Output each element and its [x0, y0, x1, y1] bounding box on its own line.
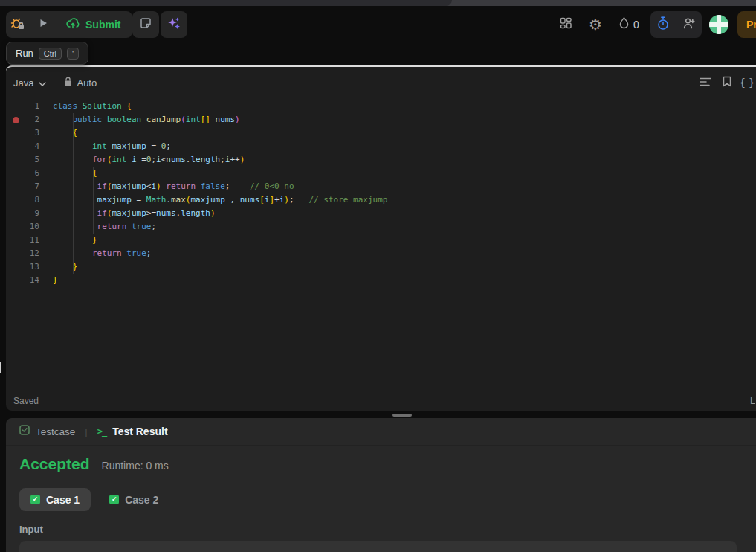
auto-label: Auto: [77, 77, 97, 89]
line-number[interactable]: 11: [30, 234, 39, 247]
user-avatar[interactable]: [709, 15, 728, 34]
line-number[interactable]: 12: [30, 247, 39, 260]
sparkles-icon: [167, 16, 181, 33]
code-editor-panel: Java Auto: [6, 65, 756, 411]
run-button[interactable]: [30, 11, 56, 38]
case-tab-case-1[interactable]: ✓Case 1: [19, 488, 91, 511]
code-line-3: 3 {: [6, 126, 756, 140]
case-tab-case-2[interactable]: ✓Case 2: [98, 488, 169, 511]
gutter[interactable]: 13: [6, 260, 53, 274]
gutter[interactable]: 7: [6, 180, 53, 193]
code-text: if(maxjump<i) return false; // 0<0 no: [53, 180, 294, 193]
notes-button[interactable]: [132, 11, 159, 38]
line-number[interactable]: 9: [34, 207, 39, 220]
code-text: }: [53, 234, 97, 247]
code-text: class Solution {: [53, 100, 132, 113]
verdict-row: Accepted Runtime: 0 ms: [19, 455, 169, 473]
code-line-9: 9 if(maxjump>=nums.length): [6, 207, 756, 220]
bookmark-button[interactable]: [721, 76, 733, 90]
line-number[interactable]: 4: [34, 140, 39, 153]
invite-user-button[interactable]: [676, 11, 702, 38]
case-label: Case 2: [125, 494, 158, 506]
gutter[interactable]: 9: [6, 207, 53, 220]
align-lines-icon: [700, 76, 711, 89]
code-text: for(int i =0;i<nums.length;i++): [53, 153, 245, 167]
gutter[interactable]: 3: [6, 126, 53, 140]
line-number[interactable]: 6: [34, 167, 39, 180]
line-number[interactable]: 1: [34, 100, 39, 113]
gutter[interactable]: 10: [6, 220, 53, 234]
line-number[interactable]: 7: [34, 180, 39, 193]
submit-button[interactable]: Submit: [56, 11, 132, 38]
gutter[interactable]: 2: [6, 113, 53, 126]
gutter[interactable]: 6: [6, 167, 53, 180]
run-tooltip: Run Ctrl ': [6, 42, 88, 65]
code-line-14: 14}: [6, 274, 756, 287]
input-label: Input: [19, 524, 43, 535]
tab-test-result[interactable]: >_ Test Result: [97, 426, 168, 437]
play-icon: [38, 18, 48, 31]
format-lines-button[interactable]: [700, 76, 711, 89]
gutter[interactable]: 4: [6, 140, 53, 153]
tab-testcase[interactable]: Testcase: [19, 425, 75, 438]
left-edge-divider: [0, 362, 1, 373]
panel-resize-handle[interactable]: [392, 414, 412, 417]
code-text: }: [53, 260, 77, 274]
timer-button[interactable]: [650, 11, 676, 38]
settings-button[interactable]: ⚙: [585, 11, 606, 38]
window-top-strip: [0, 0, 756, 6]
code-line-12: 12 return true;: [6, 247, 756, 260]
runtime-label: Runtime: 0 ms: [102, 460, 169, 472]
leetcode-editor-screen: Submit: [0, 0, 756, 552]
streak-button[interactable]: 0: [611, 11, 647, 38]
cloud-upload-icon: [65, 17, 80, 32]
braces-icon: {}: [740, 77, 756, 89]
autocomplete-toggle[interactable]: Auto: [64, 77, 97, 89]
braces-button[interactable]: {}: [743, 77, 755, 89]
debug-bug-lock-icon: [10, 16, 26, 33]
line-number[interactable]: 10: [30, 220, 39, 234]
gutter[interactable]: 8: [6, 193, 53, 207]
layout-grid-icon: [559, 16, 572, 33]
code-line-6: 6 {: [6, 167, 756, 180]
gutter[interactable]: 14: [6, 274, 53, 287]
gutter[interactable]: 12: [6, 247, 53, 260]
line-number[interactable]: 8: [34, 193, 39, 207]
saved-status: Saved: [13, 396, 39, 406]
debug-button[interactable]: [6, 11, 30, 38]
code-line-8: 8 maxjump = Math.max(maxjump , nums[i]+i…: [6, 193, 756, 207]
code-line-13: 13 }: [6, 260, 756, 274]
code-lines: 1class Solution {2 public boolean canJum…: [6, 100, 756, 287]
code-text: return true;: [53, 220, 156, 234]
breakpoint-dot[interactable]: [13, 117, 19, 123]
code-editor[interactable]: 1class Solution {2 public boolean canJum…: [6, 100, 756, 391]
submit-label: Submit: [85, 19, 120, 31]
terminal-icon: >_: [97, 426, 106, 437]
line-number[interactable]: 13: [30, 260, 39, 274]
case-label: Case 1: [46, 494, 80, 506]
layout-button[interactable]: [555, 11, 576, 38]
line-number[interactable]: 5: [34, 153, 39, 167]
keycap-ctrl: Ctrl: [39, 48, 62, 60]
line-number[interactable]: 14: [30, 274, 39, 287]
line-number[interactable]: 3: [34, 126, 39, 140]
indent-guide: [73, 113, 74, 274]
code-text: return true;: [53, 247, 151, 260]
code-text: if(maxjump>=nums.length): [53, 207, 216, 220]
cursor-position-status: L: [750, 396, 755, 406]
code-line-5: 5 for(int i =0;i<nums.length;i++): [6, 153, 756, 167]
gutter[interactable]: 1: [6, 100, 53, 113]
ai-assistant-button[interactable]: [161, 11, 187, 38]
gutter[interactable]: 11: [6, 234, 53, 247]
testcase-input-box[interactable]: [19, 541, 737, 552]
person-add-icon: [682, 16, 696, 33]
result-tab-bar: Testcase | >_ Test Result: [6, 418, 756, 446]
language-select[interactable]: Java: [13, 77, 46, 89]
code-text: public boolean canJump(int[] nums): [53, 113, 240, 126]
line-number[interactable]: 2: [34, 113, 39, 126]
premium-button[interactable]: Pr: [737, 11, 756, 38]
case-check-icon: ✓: [30, 495, 40, 504]
code-line-7: 7 if(maxjump<i) return false; // 0<0 no: [6, 180, 756, 193]
lock-icon: [64, 77, 72, 89]
gutter[interactable]: 5: [6, 153, 53, 167]
